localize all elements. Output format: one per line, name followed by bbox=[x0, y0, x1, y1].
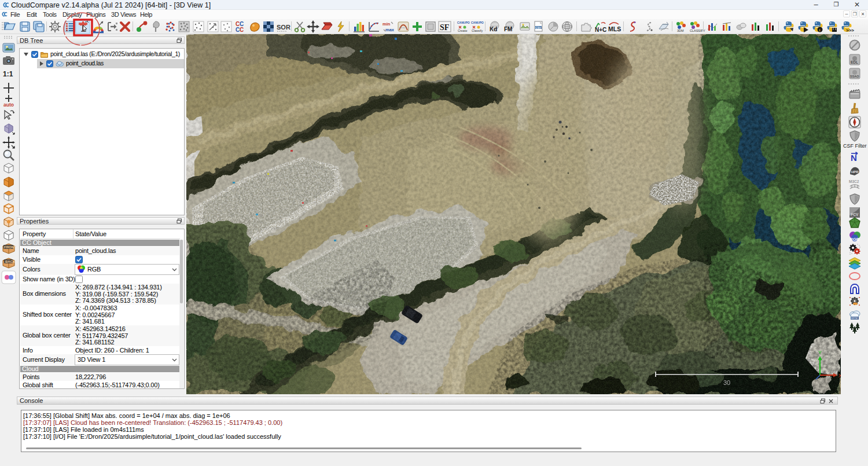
svg-text:M3C2: M3C2 bbox=[849, 179, 859, 184]
svg-text:HPR: HPR bbox=[851, 170, 859, 174]
svg-text:i: i bbox=[819, 28, 821, 32]
svg-text:EDL: EDL bbox=[851, 60, 858, 64]
svg-text:CANUPO: CANUPO bbox=[457, 21, 470, 24]
svg-text:SSAO: SSAO bbox=[850, 75, 859, 78]
svg-text:FRONT: FRONT bbox=[4, 245, 16, 249]
svg-text:30: 30 bbox=[723, 379, 730, 386]
svg-text:min: min bbox=[382, 21, 391, 27]
svg-text:1:1: 1:1 bbox=[3, 70, 13, 78]
svg-text:CANUPO: CANUPO bbox=[471, 21, 484, 24]
svg-text:SOR: SOR bbox=[277, 24, 290, 31]
svg-text:Create: Create bbox=[458, 29, 468, 32]
svg-text:BACK: BACK bbox=[5, 260, 16, 263]
svg-text:>>>: >>> bbox=[846, 28, 854, 33]
svg-text:Y: Y bbox=[818, 350, 822, 355]
svg-text:max: max bbox=[385, 27, 395, 32]
svg-text:RGB: RGB bbox=[850, 237, 860, 242]
svg-text:Kd: Kd bbox=[490, 26, 497, 32]
svg-text:auto: auto bbox=[3, 102, 14, 108]
svg-text:PCV: PCV bbox=[851, 212, 859, 217]
svg-text:CSV: CSV bbox=[536, 27, 541, 30]
svg-text:SRTM: SRTM bbox=[851, 317, 858, 320]
svg-text:X: X bbox=[838, 373, 841, 379]
svg-text:N+C: N+C bbox=[595, 27, 606, 33]
svg-text:FM: FM bbox=[504, 26, 512, 32]
svg-text:MLS: MLS bbox=[608, 25, 621, 32]
svg-text:CLASSIFY: CLASSIFY bbox=[690, 29, 705, 32]
svg-text:Classify: Classify bbox=[472, 29, 483, 32]
svg-text:CSF Filter: CSF Filter bbox=[843, 143, 867, 149]
svg-text:SF: SF bbox=[440, 23, 449, 32]
svg-text:3DM: 3DM bbox=[677, 29, 684, 32]
svg-text:C: C bbox=[240, 27, 244, 33]
